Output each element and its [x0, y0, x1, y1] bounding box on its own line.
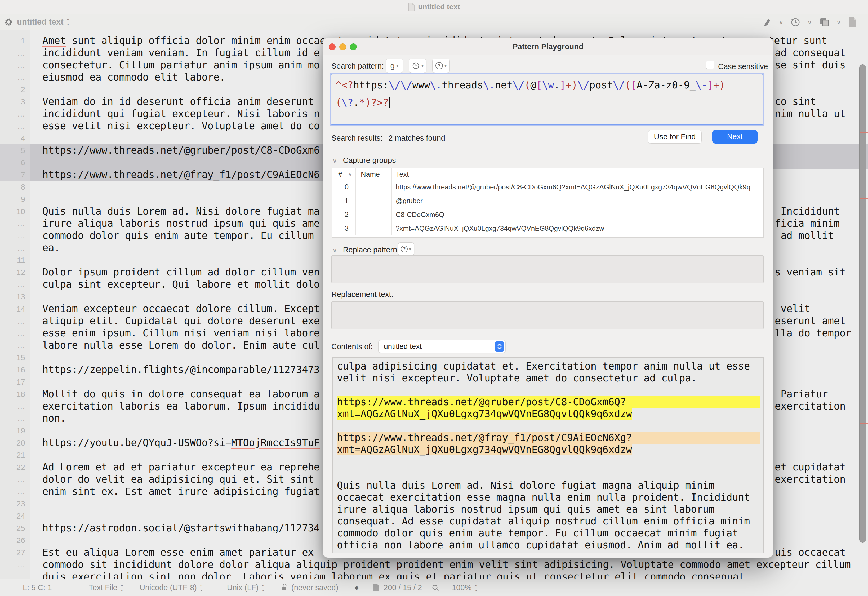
documents-compare-icon[interactable] [819, 17, 829, 27]
line-text[interactable]: eiusmod ea commodo elit labore. [42, 71, 226, 83]
replace-pattern-input[interactable] [331, 255, 764, 283]
group-number: 1 [332, 194, 356, 208]
zoom-level-menu[interactable]: 100%⌃⌄ [452, 579, 478, 596]
line-text[interactable]: esse enim ipsum. Cillum nisi veniam nisi… [42, 327, 320, 339]
chevron-down-icon: ▾ [444, 63, 447, 69]
saved-patterns-menu-button[interactable]: g▾ [386, 59, 403, 73]
capture-group-row[interactable]: 3 ?xmt=AQGzAGlNuX_jQXu0Lgxg734qwVQVnEG8Q… [332, 221, 763, 235]
replace-pattern-section[interactable]: ∨ Replace pattern [332, 245, 397, 255]
history-clock-icon[interactable] [790, 17, 800, 27]
column-text[interactable]: Text [396, 168, 409, 180]
encoding-menu[interactable]: Unicode (UTF-8)⌃⌄ [140, 579, 203, 596]
line-text[interactable]: enim sint ex. Est amet irure adipisicing… [42, 485, 320, 498]
zoom-button[interactable] [350, 43, 357, 50]
line-text[interactable]: https://youtu.be/QYquJ-USWOo?si=MTOojRmc… [42, 437, 320, 449]
line-text[interactable]: https://astrodon.social/@startswithabang… [42, 522, 320, 534]
line-text[interactable]: incididunt veniam veniam. In fugiat cill… [42, 47, 320, 59]
line-number: 13 [0, 291, 31, 303]
zoom-minus[interactable]: - [444, 579, 447, 596]
column-name[interactable]: Name [361, 168, 380, 180]
line-text[interactable]: culpa sint excepteur. Qui labore et moll… [42, 279, 320, 291]
line-text[interactable]: Veniam do in id deserunt officia anim de… [42, 96, 314, 108]
capture-groups-section[interactable]: ∨ Capture groups [332, 155, 396, 165]
line-text[interactable]: Dolor ipsum proident cillum ad dolor cil… [42, 266, 320, 279]
line-text-right-fragment: Pariatur [775, 388, 828, 400]
line-text[interactable]: dolor do velit ea adipisicing qui et. Si… [42, 474, 314, 485]
search-pattern-input[interactable]: ^<?https:\/\/www\.threads\.net\/(@[\w.]+… [331, 74, 763, 125]
contents-preview[interactable]: culpa adipisicing cupidatat et. Exercita… [332, 357, 764, 553]
pattern-history-menu-button[interactable]: ▾ [409, 59, 427, 73]
line-text[interactable]: duis exercitation sint non dolor. Labori… [42, 571, 750, 579]
line-text[interactable]: ea. [42, 242, 60, 254]
capture-groups-table[interactable]: # ∧ Name Text 0 https://www.threads.net/… [332, 168, 764, 238]
regex-token: [ [631, 80, 636, 91]
next-button[interactable]: Next [712, 130, 757, 143]
capture-table-header[interactable]: # ∧ Name Text [332, 168, 763, 180]
editor-line[interactable]: … duis exercitation sint non dolor. Labo… [0, 571, 868, 579]
line-text-right-fragment: exercitation [775, 400, 846, 412]
line-text[interactable]: Veniam excepteur occaecat dolore cillum.… [42, 303, 320, 315]
line-text[interactable]: labore nulla esse Lorem do dolor. Enim a… [42, 339, 320, 351]
group-number: 2 [332, 208, 356, 221]
capture-group-row[interactable]: 0 https://www.threads.net/@gruber/post/C… [332, 180, 763, 194]
line-text[interactable]: irure aliqua laboris nostrud ipsum qui q… [42, 217, 320, 230]
group-text: https://www.threads.net/@gruber/post/C8-… [396, 180, 757, 194]
contents-of-select[interactable]: untitled text [378, 340, 506, 353]
capture-group-row[interactable]: 1 @gruber [332, 194, 763, 208]
marker-icon[interactable] [762, 18, 772, 27]
line-text[interactable]: https://zeppelin.flights/@incomparable/1… [42, 364, 320, 376]
disclosure-chevron-icon[interactable]: ∨ [332, 246, 337, 254]
line-text[interactable]: commodo sit incididunt dolore dolor aliq… [42, 559, 851, 571]
use-for-find-button[interactable]: Use for Find [648, 130, 702, 143]
line-text-right-fragment: et cupidatat [775, 461, 846, 474]
regex-token: )?>? [365, 97, 388, 108]
pattern-help-menu-button[interactable]: ?▾ [432, 59, 450, 73]
line-text[interactable]: https://www.threads.net/@gruber/post/C8-… [42, 145, 320, 156]
regex-token: ( [336, 97, 341, 108]
line-text[interactable]: Ad Lorem et ad et pariatur excepteur ea … [42, 461, 320, 474]
preview-line: irure aliqua laboris nostrud ipsum qui q… [337, 503, 760, 515]
editor-line[interactable]: … commodo sit incididunt dolore dolor al… [0, 559, 868, 571]
disclosure-chevron-icon[interactable]: ∨ [332, 157, 337, 164]
dialog-titlebar[interactable]: Pattern Playground [323, 38, 773, 55]
minimize-button[interactable] [339, 43, 346, 50]
line-text[interactable]: commodo dolor quis enim aute tempor. Eu … [42, 230, 314, 242]
chevron-down-icon[interactable]: ∨ [779, 19, 784, 26]
line-text-right-fragment: nim nulla ut [775, 108, 846, 120]
line-text[interactable]: incididunt qui fugiat excepteur. Nisi la… [42, 108, 320, 120]
line-text[interactable]: Quis nulla duis Lorem ad. Nisi dolore fu… [42, 205, 320, 217]
pattern-line-2: (\?.*)?>? [336, 94, 758, 112]
file-type-menu[interactable]: Text File⌃⌄ [89, 579, 124, 596]
chevron-down-icon[interactable]: ∨ [807, 19, 812, 26]
line-text[interactable]: esse velit nisi excepteur. Voluptate ame… [42, 120, 320, 132]
preview-line: culpa adipisicing cupidatat et. Exercita… [337, 360, 760, 372]
line-text[interactable]: https://www.threads.net/@fray_f1/post/C9… [42, 169, 320, 181]
line-text[interactable]: consectetur. Cillum pariatur anim ipsum … [42, 59, 320, 71]
vertical-scrollbar-thumb[interactable] [859, 64, 866, 543]
regex-token: \? [341, 97, 353, 108]
close-button[interactable] [329, 43, 336, 50]
line-text[interactable]: Est eu aliqua Lorem esse enim amet paria… [42, 546, 314, 559]
line-number: … [0, 339, 31, 351]
line-text[interactable]: non. [42, 412, 66, 425]
unlocked-icon[interactable] [281, 579, 288, 596]
line-text-right-fragment: se sint duis [775, 59, 846, 71]
regex-token: \. [483, 80, 495, 91]
line-ending-menu[interactable]: Unix (LF)⌃⌄ [227, 579, 265, 596]
case-sensitive-checkbox[interactable] [706, 60, 714, 69]
sort-ascending-icon: ∧ [348, 168, 352, 180]
line-number: 2 [0, 83, 31, 96]
line-number: 3 [0, 96, 31, 108]
line-text[interactable]: aliquip elit. Cupidatat qui dolore deser… [42, 315, 320, 327]
capture-group-row[interactable]: 2 C8-CDoGxm6Q [332, 208, 763, 221]
gear-icon[interactable] [4, 18, 13, 27]
document-title-menu[interactable]: untitled text [17, 13, 63, 31]
line-text[interactable]: exercitation laboris ea laborum. Ipsum i… [42, 400, 320, 412]
replace-help-menu-button[interactable]: ?▾ [398, 242, 414, 256]
line-text[interactable]: Mollit do quis in dolore consequat ea la… [42, 388, 320, 400]
column-hash[interactable]: # [338, 168, 342, 180]
pattern-line-1: ^<?https:\/\/www\.threads\.net\/(@[\w.]+… [336, 77, 758, 94]
chevron-down-icon[interactable]: ∨ [836, 19, 841, 26]
scrollbar-match-tick [860, 198, 868, 199]
page-icon[interactable] [848, 17, 857, 28]
